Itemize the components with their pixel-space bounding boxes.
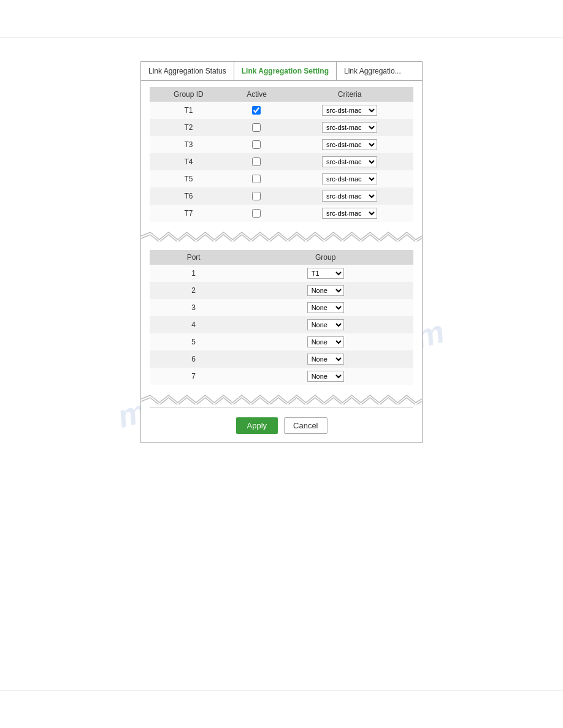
separator-line xyxy=(150,407,413,408)
port-cell: 7 xyxy=(150,368,237,385)
active-cell xyxy=(228,205,286,222)
group-table-section: Group ID Active Criteria T1src-dst-macsr… xyxy=(141,81,422,228)
active-cell xyxy=(228,188,286,205)
active-checkbox[interactable] xyxy=(252,123,261,132)
group-id-header: Group ID xyxy=(150,87,228,102)
group-cell: NoneT1T2T3T4T5T6T7 xyxy=(237,282,413,299)
active-cell xyxy=(228,102,286,119)
bottom-border xyxy=(0,691,563,691)
group-select[interactable]: NoneT1T2T3T4T5T6T7 xyxy=(307,285,344,296)
group-table-row: T7src-dst-macsrc-macdst-macsrc-dst-ip xyxy=(150,205,413,222)
group-id-cell: T2 xyxy=(150,119,228,136)
port-cell: 4 xyxy=(150,316,237,333)
port-cell: 1 xyxy=(150,265,237,282)
tab-link-aggregation-other[interactable]: Link Aggregatio... xyxy=(337,62,408,80)
active-header: Active xyxy=(228,87,286,102)
criteria-cell: src-dst-macsrc-macdst-macsrc-dst-ip xyxy=(286,153,413,170)
active-checkbox[interactable] xyxy=(252,192,261,200)
criteria-cell: src-dst-macsrc-macdst-macsrc-dst-ip xyxy=(286,119,413,136)
group-table-row: T5src-dst-macsrc-macdst-macsrc-dst-ip xyxy=(150,170,413,188)
group-id-cell: T6 xyxy=(150,188,228,205)
active-cell xyxy=(228,153,286,170)
criteria-select[interactable]: src-dst-macsrc-macdst-macsrc-dst-ip xyxy=(322,191,377,202)
group-cell: NoneT1T2T3T4T5T6T7 xyxy=(237,265,413,282)
group-table-row: T6src-dst-macsrc-macdst-macsrc-dst-ip xyxy=(150,188,413,205)
group-id-cell: T3 xyxy=(150,136,228,153)
active-checkbox[interactable] xyxy=(252,106,261,115)
port-cell: 2 xyxy=(150,282,237,299)
group-header: Group xyxy=(237,250,413,265)
active-checkbox[interactable] xyxy=(252,209,261,218)
group-table-row: T3src-dst-macsrc-macdst-macsrc-dst-ip xyxy=(150,136,413,153)
port-table-row: 2NoneT1T2T3T4T5T6T7 xyxy=(150,282,413,299)
footer-buttons: Apply Cancel xyxy=(141,411,422,442)
group-table-row: T1src-dst-macsrc-macdst-macsrc-dst-ip xyxy=(150,102,413,119)
tab-link-aggregation-status[interactable]: Link Aggregation Status xyxy=(141,62,234,80)
port-cell: 3 xyxy=(150,299,237,316)
tab-link-aggregation-setting[interactable]: Link Aggregation Setting xyxy=(234,62,337,80)
port-cell: 5 xyxy=(150,333,237,351)
group-id-cell: T1 xyxy=(150,102,228,119)
port-table-row: 3NoneT1T2T3T4T5T6T7 xyxy=(150,299,413,316)
port-table-row: 1NoneT1T2T3T4T5T6T7 xyxy=(150,265,413,282)
criteria-select[interactable]: src-dst-macsrc-macdst-macsrc-dst-ip xyxy=(322,139,377,150)
active-cell xyxy=(228,136,286,153)
top-border xyxy=(0,37,563,37)
group-cell: NoneT1T2T3T4T5T6T7 xyxy=(237,368,413,385)
criteria-select[interactable]: src-dst-macsrc-macdst-macsrc-dst-ip xyxy=(322,156,377,167)
group-id-cell: T7 xyxy=(150,205,228,222)
tab-bar: Link Aggregation Status Link Aggregation… xyxy=(141,62,422,81)
criteria-select[interactable]: src-dst-macsrc-macdst-macsrc-dst-ip xyxy=(322,105,377,116)
group-select[interactable]: NoneT1T2T3T4T5T6T7 xyxy=(307,336,344,347)
wavy-divider-1 xyxy=(141,230,422,241)
panel: Link Aggregation Status Link Aggregation… xyxy=(140,61,423,443)
group-table-row: T2src-dst-macsrc-macdst-macsrc-dst-ip xyxy=(150,119,413,136)
group-cell: NoneT1T2T3T4T5T6T7 xyxy=(237,316,413,333)
criteria-cell: src-dst-macsrc-macdst-macsrc-dst-ip xyxy=(286,188,413,205)
port-table: Port Group 1NoneT1T2T3T4T5T6T72NoneT1T2T… xyxy=(150,250,413,385)
active-checkbox[interactable] xyxy=(252,157,261,166)
criteria-select[interactable]: src-dst-macsrc-macdst-macsrc-dst-ip xyxy=(322,173,377,184)
apply-button[interactable]: Apply xyxy=(236,417,278,434)
criteria-cell: src-dst-macsrc-macdst-macsrc-dst-ip xyxy=(286,205,413,222)
port-table-row: 6NoneT1T2T3T4T5T6T7 xyxy=(150,351,413,368)
group-cell: NoneT1T2T3T4T5T6T7 xyxy=(237,299,413,316)
port-header: Port xyxy=(150,250,237,265)
cancel-button[interactable]: Cancel xyxy=(284,417,327,434)
group-cell: NoneT1T2T3T4T5T6T7 xyxy=(237,351,413,368)
active-checkbox[interactable] xyxy=(252,175,261,183)
wavy-divider-2 xyxy=(141,393,422,404)
group-select[interactable]: NoneT1T2T3T4T5T6T7 xyxy=(307,302,344,313)
group-id-cell: T4 xyxy=(150,153,228,170)
active-cell xyxy=(228,170,286,188)
criteria-header: Criteria xyxy=(286,87,413,102)
criteria-cell: src-dst-macsrc-macdst-macsrc-dst-ip xyxy=(286,170,413,188)
group-table-row: T4src-dst-macsrc-macdst-macsrc-dst-ip xyxy=(150,153,413,170)
group-table: Group ID Active Criteria T1src-dst-macsr… xyxy=(150,87,413,222)
group-select[interactable]: NoneT1T2T3T4T5T6T7 xyxy=(307,354,344,365)
group-select[interactable]: NoneT1T2T3T4T5T6T7 xyxy=(307,268,344,279)
port-table-section: Port Group 1NoneT1T2T3T4T5T6T72NoneT1T2T… xyxy=(141,244,422,391)
criteria-select[interactable]: src-dst-macsrc-macdst-macsrc-dst-ip xyxy=(322,122,377,133)
active-cell xyxy=(228,119,286,136)
group-cell: NoneT1T2T3T4T5T6T7 xyxy=(237,333,413,351)
group-select[interactable]: NoneT1T2T3T4T5T6T7 xyxy=(307,371,344,382)
port-cell: 6 xyxy=(150,351,237,368)
port-table-row: 4NoneT1T2T3T4T5T6T7 xyxy=(150,316,413,333)
port-table-row: 7NoneT1T2T3T4T5T6T7 xyxy=(150,368,413,385)
criteria-select[interactable]: src-dst-macsrc-macdst-macsrc-dst-ip xyxy=(322,208,377,219)
page-content: Link Aggregation Status Link Aggregation… xyxy=(0,0,563,443)
criteria-cell: src-dst-macsrc-macdst-macsrc-dst-ip xyxy=(286,102,413,119)
port-table-row: 5NoneT1T2T3T4T5T6T7 xyxy=(150,333,413,351)
group-id-cell: T5 xyxy=(150,170,228,188)
criteria-cell: src-dst-macsrc-macdst-macsrc-dst-ip xyxy=(286,136,413,153)
active-checkbox[interactable] xyxy=(252,140,261,149)
group-select[interactable]: NoneT1T2T3T4T5T6T7 xyxy=(307,319,344,330)
